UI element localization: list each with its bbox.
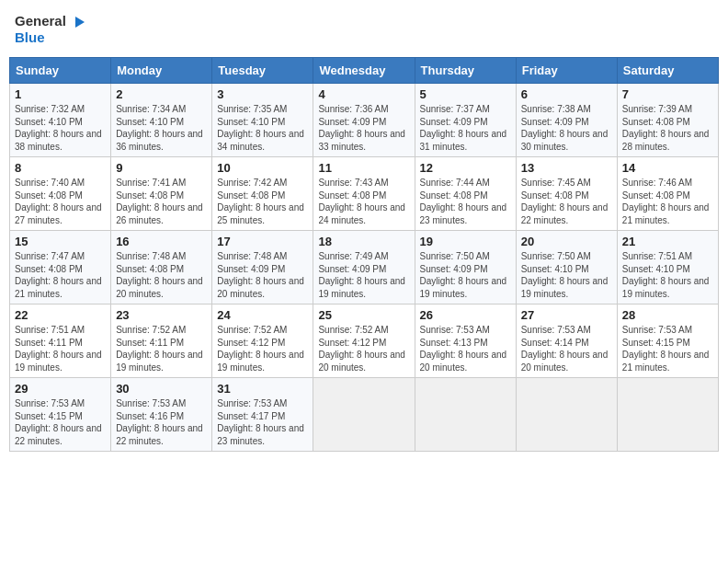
logo-text: General Blue: [15, 13, 86, 46]
calendar-cell: 3Sunrise: 7:35 AMSunset: 4:10 PMDaylight…: [212, 84, 313, 157]
calendar-week-row: 29Sunrise: 7:53 AMSunset: 4:15 PMDayligh…: [10, 378, 719, 452]
day-number: 21: [622, 235, 713, 248]
cell-details: Sunrise: 7:53 AMSunset: 4:15 PMDaylight:…: [622, 324, 713, 373]
day-number: 10: [217, 161, 308, 175]
day-number: 17: [217, 235, 308, 248]
calendar-cell: 30Sunrise: 7:53 AMSunset: 4:16 PMDayligh…: [111, 378, 212, 452]
cell-details: Sunrise: 7:45 AMSunset: 4:08 PMDaylight:…: [521, 177, 612, 226]
day-number: 7: [622, 87, 713, 101]
day-number: 28: [622, 308, 713, 322]
cell-details: Sunrise: 7:40 AMSunset: 4:08 PMDaylight:…: [15, 177, 106, 226]
day-number: 8: [15, 161, 106, 175]
day-number: 31: [217, 382, 308, 396]
cell-details: Sunrise: 7:52 AMSunset: 4:11 PMDaylight:…: [116, 324, 207, 373]
cell-details: Sunrise: 7:42 AMSunset: 4:08 PMDaylight:…: [217, 177, 308, 226]
day-number: 29: [15, 382, 106, 396]
calendar-week-row: 15Sunrise: 7:47 AMSunset: 4:08 PMDayligh…: [10, 231, 719, 304]
calendar-cell: 16Sunrise: 7:48 AMSunset: 4:08 PMDayligh…: [111, 231, 212, 304]
day-number: 25: [318, 308, 409, 322]
day-number: 5: [420, 87, 511, 101]
calendar-cell: 10Sunrise: 7:42 AMSunset: 4:08 PMDayligh…: [212, 157, 313, 231]
calendar-cell: 21Sunrise: 7:51 AMSunset: 4:10 PMDayligh…: [617, 231, 718, 304]
cell-details: Sunrise: 7:36 AMSunset: 4:09 PMDaylight:…: [318, 103, 409, 153]
cell-details: Sunrise: 7:53 AMSunset: 4:16 PMDaylight:…: [116, 397, 207, 447]
cell-details: Sunrise: 7:43 AMSunset: 4:08 PMDaylight:…: [318, 177, 409, 226]
calendar-cell: 4Sunrise: 7:36 AMSunset: 4:09 PMDaylight…: [313, 84, 415, 157]
day-number: 26: [420, 308, 511, 322]
cell-details: Sunrise: 7:44 AMSunset: 4:08 PMDaylight:…: [420, 177, 511, 226]
cell-details: Sunrise: 7:52 AMSunset: 4:12 PMDaylight:…: [217, 324, 308, 373]
calendar-week-row: 1Sunrise: 7:32 AMSunset: 4:10 PMDaylight…: [10, 84, 719, 157]
day-header-saturday: Saturday: [617, 58, 718, 84]
day-number: 24: [217, 308, 308, 322]
days-header-row: SundayMondayTuesdayWednesdayThursdayFrid…: [10, 58, 719, 84]
day-header-thursday: Thursday: [415, 58, 516, 84]
calendar-cell: 7Sunrise: 7:39 AMSunset: 4:08 PMDaylight…: [617, 84, 718, 157]
calendar-week-row: 22Sunrise: 7:51 AMSunset: 4:11 PMDayligh…: [10, 304, 719, 378]
cell-details: Sunrise: 7:35 AMSunset: 4:10 PMDaylight:…: [217, 103, 308, 153]
calendar-cell: 27Sunrise: 7:53 AMSunset: 4:14 PMDayligh…: [516, 304, 617, 378]
cell-details: Sunrise: 7:37 AMSunset: 4:09 PMDaylight:…: [420, 103, 511, 153]
cell-details: Sunrise: 7:53 AMSunset: 4:17 PMDaylight:…: [217, 397, 308, 447]
day-number: 22: [15, 308, 106, 322]
svg-marker-0: [75, 17, 85, 28]
day-number: 15: [15, 235, 106, 248]
day-number: 20: [521, 235, 612, 248]
calendar-cell: 5Sunrise: 7:37 AMSunset: 4:09 PMDaylight…: [415, 84, 516, 157]
page-header: General Blue: [9, 9, 719, 50]
day-number: 1: [15, 87, 106, 101]
cell-details: Sunrise: 7:53 AMSunset: 4:13 PMDaylight:…: [420, 324, 511, 373]
calendar-cell: 26Sunrise: 7:53 AMSunset: 4:13 PMDayligh…: [415, 304, 516, 378]
cell-details: Sunrise: 7:52 AMSunset: 4:12 PMDaylight:…: [318, 324, 409, 373]
calendar-cell: 12Sunrise: 7:44 AMSunset: 4:08 PMDayligh…: [415, 157, 516, 231]
calendar-table: SundayMondayTuesdayWednesdayThursdayFrid…: [9, 57, 719, 452]
cell-details: Sunrise: 7:51 AMSunset: 4:10 PMDaylight:…: [622, 250, 713, 300]
day-number: 4: [318, 87, 409, 101]
calendar-cell: 9Sunrise: 7:41 AMSunset: 4:08 PMDaylight…: [111, 157, 212, 231]
logo: General Blue: [15, 13, 86, 46]
calendar-cell: 22Sunrise: 7:51 AMSunset: 4:11 PMDayligh…: [10, 304, 111, 378]
calendar-cell: 8Sunrise: 7:40 AMSunset: 4:08 PMDaylight…: [10, 157, 111, 231]
day-number: 9: [116, 161, 207, 175]
day-number: 18: [318, 235, 409, 248]
calendar-cell: 29Sunrise: 7:53 AMSunset: 4:15 PMDayligh…: [10, 378, 111, 452]
calendar-cell: 2Sunrise: 7:34 AMSunset: 4:10 PMDaylight…: [111, 84, 212, 157]
day-number: 6: [521, 87, 612, 101]
day-number: 30: [116, 382, 207, 396]
day-header-wednesday: Wednesday: [313, 58, 415, 84]
calendar-cell: 25Sunrise: 7:52 AMSunset: 4:12 PMDayligh…: [313, 304, 415, 378]
cell-details: Sunrise: 7:39 AMSunset: 4:08 PMDaylight:…: [622, 103, 713, 153]
cell-details: Sunrise: 7:41 AMSunset: 4:08 PMDaylight:…: [116, 177, 207, 226]
cell-details: Sunrise: 7:49 AMSunset: 4:09 PMDaylight:…: [318, 250, 409, 300]
calendar-cell: 11Sunrise: 7:43 AMSunset: 4:08 PMDayligh…: [313, 157, 415, 231]
logo-arrow-icon: [72, 15, 86, 29]
cell-details: Sunrise: 7:53 AMSunset: 4:15 PMDaylight:…: [15, 397, 106, 447]
cell-details: Sunrise: 7:34 AMSunset: 4:10 PMDaylight:…: [116, 103, 207, 153]
day-header-tuesday: Tuesday: [212, 58, 313, 84]
cell-details: Sunrise: 7:48 AMSunset: 4:09 PMDaylight:…: [217, 250, 308, 300]
cell-details: Sunrise: 7:32 AMSunset: 4:10 PMDaylight:…: [15, 103, 106, 153]
day-number: 13: [521, 161, 612, 175]
day-number: 2: [116, 87, 207, 101]
calendar-cell: [415, 378, 516, 452]
calendar-cell: [313, 378, 415, 452]
calendar-cell: [516, 378, 617, 452]
calendar-cell: 14Sunrise: 7:46 AMSunset: 4:08 PMDayligh…: [617, 157, 718, 231]
day-number: 27: [521, 308, 612, 322]
cell-details: Sunrise: 7:48 AMSunset: 4:08 PMDaylight:…: [116, 250, 207, 300]
day-number: 11: [318, 161, 409, 175]
day-number: 12: [420, 161, 511, 175]
calendar-cell: [617, 378, 718, 452]
cell-details: Sunrise: 7:38 AMSunset: 4:09 PMDaylight:…: [521, 103, 612, 153]
day-number: 16: [116, 235, 207, 248]
day-number: 23: [116, 308, 207, 322]
cell-details: Sunrise: 7:50 AMSunset: 4:09 PMDaylight:…: [420, 250, 511, 300]
calendar-cell: 1Sunrise: 7:32 AMSunset: 4:10 PMDaylight…: [10, 84, 111, 157]
calendar-cell: 17Sunrise: 7:48 AMSunset: 4:09 PMDayligh…: [212, 231, 313, 304]
calendar-cell: 15Sunrise: 7:47 AMSunset: 4:08 PMDayligh…: [10, 231, 111, 304]
calendar-cell: 13Sunrise: 7:45 AMSunset: 4:08 PMDayligh…: [516, 157, 617, 231]
day-header-friday: Friday: [516, 58, 617, 84]
day-number: 19: [420, 235, 511, 248]
calendar-cell: 18Sunrise: 7:49 AMSunset: 4:09 PMDayligh…: [313, 231, 415, 304]
day-header-monday: Monday: [111, 58, 212, 84]
